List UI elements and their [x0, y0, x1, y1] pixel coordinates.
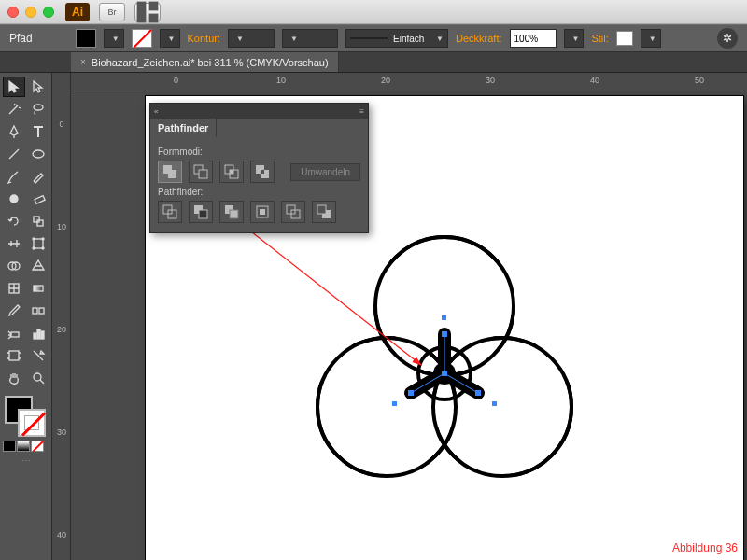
gradient-tool[interactable] — [27, 278, 49, 299]
svg-rect-57 — [230, 170, 233, 174]
shape-builder-tool[interactable] — [3, 256, 25, 276]
symbol-sprayer-tool[interactable] — [3, 323, 25, 343]
divide-button[interactable] — [158, 201, 182, 223]
width-tool[interactable] — [3, 233, 25, 254]
svg-rect-68 — [260, 209, 265, 215]
stroke-dropdown[interactable]: ▼ — [160, 29, 180, 48]
selection-tool[interactable] — [3, 77, 25, 97]
svg-point-29 — [377, 215, 512, 343]
stroke-weight-input[interactable]: ▼ — [228, 29, 275, 48]
crop-button[interactable] — [250, 201, 275, 223]
brush-definition[interactable]: Einfach ▼ — [345, 29, 448, 48]
variable-width-profile[interactable]: ▼ — [282, 29, 338, 48]
eyedropper-tool[interactable] — [3, 301, 25, 321]
stroke-label: Kontur: — [188, 33, 220, 44]
none-fill-icon[interactable] — [31, 441, 44, 452]
line-tool[interactable] — [3, 144, 25, 164]
document-tab-bar: × Biohazard_Zeichen.ai* bei 311 % (CMYK/… — [0, 52, 747, 73]
minus-back-button[interactable] — [312, 201, 336, 223]
ruler-tick: 0 — [52, 119, 71, 129]
arrange-documents-button[interactable] — [134, 3, 161, 21]
mesh-tool[interactable] — [3, 278, 25, 299]
svg-rect-66 — [230, 210, 238, 218]
expand-button[interactable]: Umwandeln — [290, 163, 360, 181]
free-transform-tool[interactable] — [27, 233, 49, 254]
opacity-dropdown[interactable]: ▼ — [564, 29, 585, 48]
rotate-tool[interactable] — [3, 211, 25, 231]
trim-button[interactable] — [189, 201, 213, 223]
stroke-color-swatch[interactable] — [18, 409, 46, 437]
bridge-button[interactable]: Br — [99, 3, 125, 21]
perspective-grid-tool[interactable] — [27, 256, 49, 276]
column-graph-tool[interactable] — [27, 323, 49, 343]
type-tool[interactable] — [27, 121, 49, 142]
svg-rect-20 — [11, 332, 19, 337]
panel-menu-icon[interactable]: ≡ — [359, 107, 364, 116]
hand-tool[interactable] — [3, 368, 25, 388]
color-fill-icon[interactable] — [3, 441, 16, 452]
ruler-tick: 40 — [52, 530, 71, 539]
document-tab[interactable]: × Biohazard_Zeichen.ai* bei 311 % (CMYK/… — [71, 52, 339, 72]
panel-collapse-icon[interactable]: « — [154, 107, 158, 116]
direct-selection-tool[interactable] — [27, 77, 49, 97]
ellipse-tool[interactable] — [27, 144, 49, 164]
svg-rect-1 — [149, 1, 159, 10]
zoom-tool[interactable] — [27, 368, 49, 388]
svg-rect-0 — [137, 1, 147, 22]
svg-rect-54 — [199, 170, 207, 178]
minus-front-button[interactable] — [189, 161, 213, 183]
slice-tool[interactable] — [27, 345, 49, 366]
pathfinder-panel[interactable]: « ≡ Pathfinder Formmodi: Umwandeln Pathf… — [149, 103, 369, 233]
svg-point-3 — [34, 105, 43, 110]
pencil-tool[interactable] — [27, 166, 49, 187]
ruler-tick: 20 — [52, 325, 71, 334]
maximize-window-icon[interactable] — [43, 7, 54, 18]
illustrator-app-icon: Ai — [65, 3, 90, 21]
paintbrush-tool[interactable] — [3, 166, 25, 187]
pen-tool[interactable] — [3, 121, 25, 142]
outline-button[interactable] — [281, 201, 305, 223]
merge-button[interactable] — [219, 201, 244, 223]
blob-brush-tool[interactable] — [3, 189, 25, 209]
fill-swatch[interactable] — [76, 29, 96, 48]
biohazard-symbol-artwork[interactable] — [286, 215, 603, 532]
svg-point-10 — [33, 238, 35, 240]
intersect-button[interactable] — [219, 161, 244, 183]
unite-button[interactable] — [158, 161, 182, 183]
document-tab-title: Biohazard_Zeichen.ai* bei 311 % (CMYK/Vo… — [92, 57, 329, 68]
brush-definition-label: Einfach — [393, 34, 424, 44]
exclude-button[interactable] — [250, 161, 275, 183]
eraser-tool[interactable] — [27, 189, 49, 209]
svg-rect-19 — [39, 308, 44, 314]
control-bar-menu-icon[interactable]: ✲ — [717, 28, 738, 49]
horizontal-ruler: 01020304050 — [71, 73, 747, 91]
blend-tool[interactable] — [27, 301, 49, 321]
vertical-ruler: 010203040 — [52, 73, 71, 560]
svg-rect-22 — [37, 329, 40, 339]
color-mode-row — [3, 441, 49, 452]
graphic-style-swatch[interactable] — [616, 31, 633, 46]
pathfinder-tab[interactable]: Pathfinder — [150, 119, 217, 137]
ruler-tick: 30 — [52, 427, 71, 437]
fill-stroke-swatches[interactable] — [3, 394, 48, 439]
opacity-input[interactable]: 100% — [510, 29, 557, 48]
graphic-style-dropdown[interactable]: ▼ — [641, 29, 661, 48]
gradient-fill-icon[interactable] — [17, 441, 30, 452]
scale-tool[interactable] — [27, 211, 49, 231]
svg-rect-60 — [261, 170, 264, 174]
stroke-swatch[interactable] — [132, 29, 152, 48]
fill-dropdown[interactable]: ▼ — [104, 29, 124, 48]
ruler-tick: 10 — [276, 76, 286, 85]
tools-more-icon[interactable]: ⋯ — [3, 455, 49, 466]
figure-caption: Abbildung 36 — [672, 541, 738, 554]
shape-modes-label: Formmodi: — [158, 147, 360, 157]
svg-rect-48 — [492, 401, 497, 406]
magic-wand-tool[interactable] — [3, 99, 25, 119]
close-window-icon[interactable] — [7, 7, 19, 18]
lasso-tool[interactable] — [27, 99, 49, 119]
artboard-tool[interactable] — [3, 345, 25, 366]
panel-header[interactable]: « ≡ — [150, 104, 368, 119]
close-tab-icon[interactable]: × — [80, 57, 86, 67]
svg-rect-49 — [442, 315, 446, 320]
minimize-window-icon[interactable] — [25, 7, 36, 18]
